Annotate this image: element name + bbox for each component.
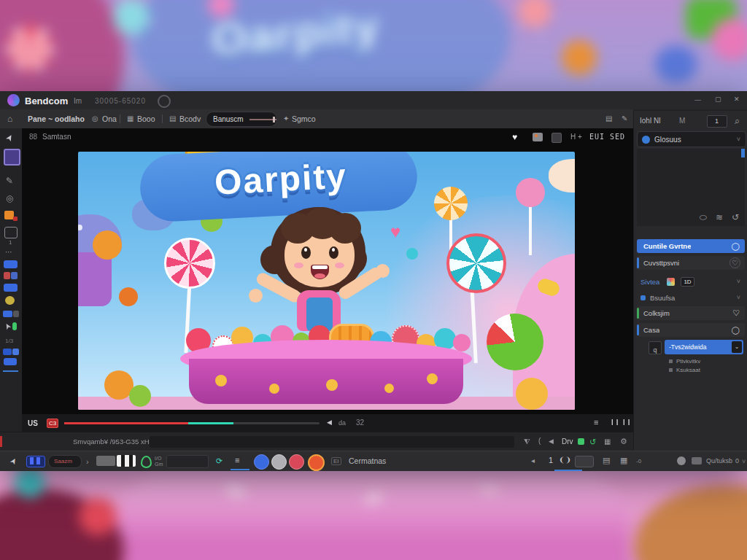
menu-item-sparkle[interactable]: Sgmco (292, 115, 316, 123)
timeline-track[interactable] (150, 436, 514, 448)
expand-chevron-icon[interactable]: › (86, 457, 89, 466)
pen-tool-icon[interactable]: ✎ (6, 176, 13, 185)
menu-item-bcodv[interactable]: Bcodv (179, 115, 201, 123)
settings-gear-icon[interactable]: ⚙ (620, 438, 627, 446)
close-icon[interactable]: ✕ (734, 96, 740, 103)
home-icon[interactable]: ⌂ (7, 114, 12, 123)
back-icon[interactable]: ◂ (531, 457, 535, 464)
refresh-teal-icon[interactable]: ⟳ (216, 456, 222, 466)
panel-row-4[interactable]: Bsuufsa ˅ (637, 292, 745, 303)
palette-blue-icon[interactable] (11, 272, 18, 279)
wave-tool-icon[interactable]: ≋ (716, 213, 723, 222)
video-frame[interactable]: ♥ Oarpity (78, 152, 575, 410)
menu-item-main[interactable]: Pane ~ oodlaho (28, 115, 85, 123)
preview-mode-label[interactable]: EUI SED (589, 133, 625, 141)
app-circle-silver[interactable] (271, 454, 287, 470)
sub-item-1[interactable]: Ptivkvitkv (669, 357, 700, 365)
favorite-heart-icon[interactable]: ♥ (512, 132, 517, 142)
bracket-icon[interactable]: ( (538, 438, 541, 445)
drv-label[interactable]: Drv (562, 438, 573, 446)
row3-color-icon[interactable] (667, 278, 675, 286)
row4-chevron-icon[interactable]: ˅ (737, 294, 740, 301)
eyedropper-icon[interactable]: ➤ (3, 322, 13, 331)
frame-tool-icon[interactable] (4, 227, 18, 238)
panel-canvas[interactable]: ⬭ ≋ ↺ (637, 149, 745, 226)
restore-icon[interactable]: ▢ (715, 96, 721, 103)
row5-heart-icon[interactable]: ♡ (732, 308, 740, 318)
glyph-tool-icon[interactable]: ⋯ (5, 249, 12, 256)
green-drop-icon[interactable] (141, 456, 152, 468)
tab-current[interactable]: Im (74, 97, 82, 105)
progress-track[interactable] (64, 422, 320, 424)
playlist-icon[interactable]: ≡ (594, 419, 598, 427)
avatar-icon[interactable] (677, 456, 686, 465)
note-mini-box[interactable]: q (649, 341, 662, 354)
panel-row-2[interactable]: Cuvsttpsvni ♡ (637, 256, 745, 270)
badge-blue-a[interactable] (3, 349, 12, 355)
bottom-cursor-icon[interactable]: ➤ (9, 456, 19, 466)
panel-row-3[interactable]: Sivtea 1D ˅ (637, 276, 745, 287)
row2-heart-icon[interactable]: ♡ (729, 257, 740, 268)
panel-row-6[interactable]: Casa ◯ (637, 323, 745, 337)
card-icon[interactable] (692, 457, 702, 464)
reset-tool-icon[interactable]: ↺ (732, 213, 739, 222)
app-circle-blue[interactable] (254, 454, 269, 470)
selected-item-row[interactable]: -Tvs2widwida ⌄ (665, 340, 743, 354)
grid-small-icon[interactable]: ▦ (620, 456, 627, 464)
row3-box[interactable]: 1D (681, 277, 694, 287)
selected-item-dropdown[interactable]: ⌄ (732, 341, 742, 353)
grid-copy-icon[interactable]: ▦ (604, 438, 611, 446)
sync-icon[interactable] (158, 95, 171, 108)
disc-tool-icon[interactable]: ◎ (6, 194, 13, 203)
select-tool-icon[interactable]: ➤ (4, 133, 15, 144)
app-circle-red[interactable] (289, 454, 304, 470)
app-circle-orange[interactable] (308, 454, 325, 471)
pause-icon[interactable]: ❙❙ (610, 419, 619, 425)
brush-gold-icon[interactable] (5, 296, 15, 305)
row3-chevron-icon[interactable]: ˅ (737, 278, 740, 285)
thumbnail-icon[interactable] (533, 133, 543, 141)
mute-icon[interactable]: ◀ (549, 438, 554, 445)
stripe-box[interactable] (117, 455, 136, 467)
panel-dropdown[interactable]: Glosuus ˅ (637, 131, 746, 147)
panel-row-5[interactable]: Colksjim ♡ (637, 306, 745, 320)
egg-tool-icon[interactable]: ⬭ (700, 213, 707, 222)
paren-icon[interactable]: ❨❩ (559, 456, 571, 464)
minimize-icon[interactable]: — (694, 97, 701, 104)
panel-icon[interactable] (551, 133, 562, 143)
mode-blue-badge[interactable] (26, 456, 45, 467)
layer-blue2-icon[interactable] (4, 284, 18, 292)
palette-red-icon[interactable] (4, 272, 10, 279)
badge-blue-c[interactable] (4, 358, 17, 365)
doc-icon[interactable]: ▤ (603, 456, 610, 464)
folder-box-icon[interactable] (575, 456, 594, 467)
menu-item-ona[interactable]: Ona (102, 115, 117, 123)
pill-slider-knob[interactable] (273, 117, 275, 122)
gray-box[interactable] (96, 456, 115, 466)
pill-slider[interactable] (249, 119, 276, 120)
filter-funnel-icon[interactable]: ⧨ (524, 438, 530, 446)
layer-blue-icon[interactable] (4, 260, 18, 268)
clip-dark-icon[interactable] (13, 311, 19, 317)
brush-mini-icon[interactable]: ✎ (622, 115, 627, 122)
account-chevron-icon[interactable]: ˅ (742, 458, 746, 465)
color-swatch[interactable] (4, 149, 20, 166)
menu-item-booo[interactable]: Booo (137, 115, 155, 123)
clip-blue-a-icon[interactable] (3, 311, 12, 317)
project-label[interactable]: 30005-65020 (95, 97, 146, 105)
badge-blue-b[interactable] (12, 349, 19, 355)
pill-control[interactable]: Banuscm (206, 112, 277, 127)
row6-circle-icon[interactable]: ◯ (732, 326, 740, 334)
panel-search-icon[interactable]: ⌕ (735, 116, 740, 125)
sub-item-2[interactable]: Ksuksaat (669, 366, 700, 373)
account-name[interactable]: Qu/tuksb (706, 458, 732, 464)
apps-label[interactable]: Cermatnas (349, 457, 386, 465)
playback-marker-badge[interactable]: C3 (47, 419, 58, 428)
fit-arrows-label[interactable]: H + (570, 133, 582, 141)
preview-head-label[interactable]: Samtasn (42, 133, 71, 141)
stack-icon[interactable]: ≡ (235, 456, 239, 464)
status-box[interactable] (166, 455, 209, 468)
volume-icon[interactable]: ◀ (327, 419, 332, 426)
undo-green-icon[interactable]: ↺ (589, 438, 596, 447)
panel-row-primary[interactable]: Cuntile Gvrtne ◯ (637, 239, 745, 253)
